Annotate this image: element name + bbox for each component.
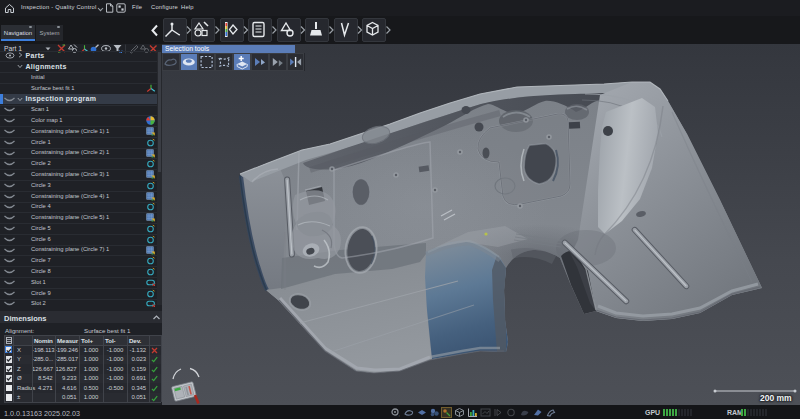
svg-text:,: ,	[399, 411, 400, 417]
